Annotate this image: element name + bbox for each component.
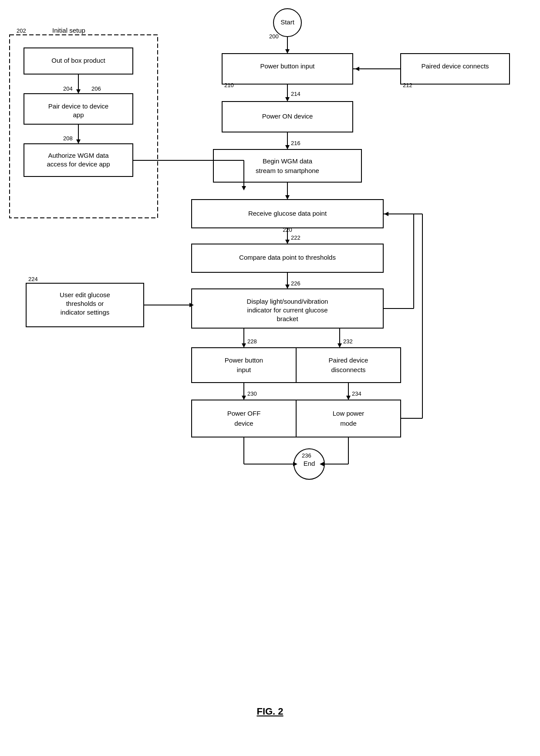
text-pbi2-2: input xyxy=(237,366,251,373)
box-power-button-2 xyxy=(192,348,296,383)
arrowhead-pbi2 xyxy=(242,396,246,400)
text-receive-glucose: Receive glucose data point xyxy=(248,210,327,217)
text-wgm-1: Begin WGM data xyxy=(263,157,313,165)
label-224: 224 xyxy=(28,276,38,282)
text-pbi2-1: Power button xyxy=(225,356,263,364)
text-out-of-box: Out of box product xyxy=(51,57,105,64)
fig-label: FIG. 2 xyxy=(256,706,283,717)
arrowhead-compare xyxy=(285,285,290,289)
box-begin-wgm xyxy=(213,149,361,182)
label-228: 228 xyxy=(247,338,257,345)
arrowhead-disconnects xyxy=(346,396,351,400)
arrowhead-low xyxy=(320,462,324,466)
label-230: 230 xyxy=(247,390,257,397)
label-232: 232 xyxy=(343,338,353,345)
text-disconnects-2: disconnects xyxy=(331,366,365,373)
text-user-edit-1: User edit glucose xyxy=(60,291,110,298)
text-power-btn-1-a: Power button input xyxy=(260,62,315,70)
text-user-edit-2: thresholds or xyxy=(66,300,104,307)
arrowhead-receive xyxy=(285,240,290,244)
arrowhead-paired-conn xyxy=(355,67,359,71)
arrowhead-display-right xyxy=(338,343,342,348)
text-disconnects-1: Paired device xyxy=(329,356,368,364)
flowchart-diagram: 202 Initial setup Out of box product 204… xyxy=(0,0,540,756)
arrowhead-wgm xyxy=(285,195,290,200)
text-wgm-2: stream to smartphone xyxy=(256,167,319,174)
label-208: 208 xyxy=(63,135,73,142)
text-user-edit-3: indicator settings xyxy=(61,309,110,316)
box-power-off xyxy=(192,400,296,437)
arrowhead-1 xyxy=(76,89,81,94)
text-paired-connects: Paired device connects xyxy=(421,62,489,70)
box-paired-disconnects xyxy=(296,348,401,383)
text-compare: Compare data point to thresholds xyxy=(239,254,336,261)
label-210: 210 xyxy=(224,82,234,88)
text-display-3: bracket xyxy=(277,315,298,322)
arrowhead-start xyxy=(285,49,290,54)
text-display-1: Display light/sound/vibration xyxy=(247,298,328,305)
arrowhead-auth xyxy=(242,186,246,190)
label-226: 226 xyxy=(291,280,300,287)
label-200: 200 xyxy=(269,33,279,40)
label-206: 206 xyxy=(91,85,101,92)
arrowhead-pbi1 xyxy=(285,97,290,102)
text-power-off-2: device xyxy=(234,420,253,427)
arrowhead-2 xyxy=(76,139,81,144)
text-low-power-1: Low power xyxy=(333,410,364,417)
text-pair-device-1: Pair device to device xyxy=(48,102,108,110)
text-power-on: Power ON device xyxy=(262,112,313,120)
label-216: 216 xyxy=(291,140,300,146)
label-212: 212 xyxy=(403,82,412,88)
label-236: 236 xyxy=(302,452,311,459)
text-display-2: indicator for current glucose xyxy=(247,306,327,314)
label-222: 222 xyxy=(291,234,300,241)
text-power-off-1: Power OFF xyxy=(227,410,261,417)
label-214: 214 xyxy=(291,91,300,97)
label-234: 234 xyxy=(352,390,361,397)
label-204: 204 xyxy=(63,85,73,92)
box-low-power xyxy=(296,400,401,437)
text-low-power-2: mode xyxy=(340,420,357,427)
text-start: Start xyxy=(280,18,295,26)
label-202: 202 xyxy=(17,27,26,34)
arrowhead-pon xyxy=(285,145,290,149)
label-initial-setup: Initial setup xyxy=(52,27,85,34)
text-pair-device-2: app xyxy=(73,111,84,119)
text-end: End xyxy=(304,460,315,467)
text-authorize-2: access for device app xyxy=(47,160,110,168)
text-authorize-1: Authorize WGM data xyxy=(48,152,109,159)
arrowhead-display-left xyxy=(242,343,246,348)
